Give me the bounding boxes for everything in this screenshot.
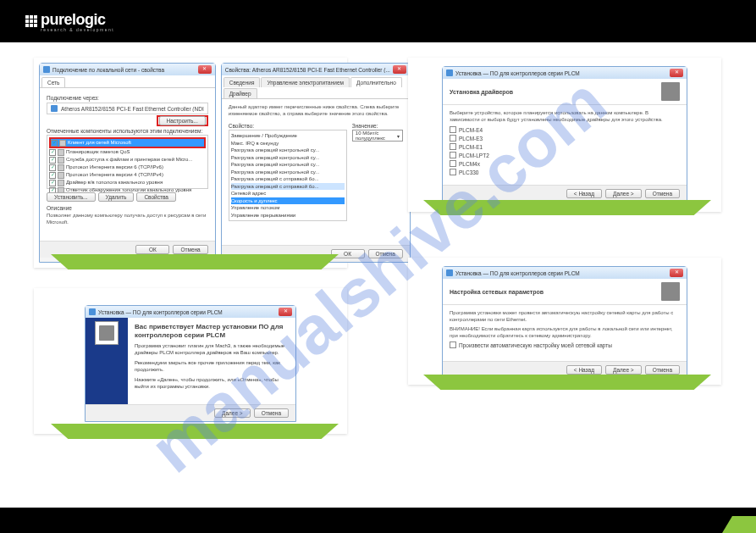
value-select[interactable]: 10 Мбит/с полудуплекс	[352, 130, 403, 142]
prop-item[interactable]: Разгрузка операций с отправкой бо...	[231, 183, 345, 191]
cancel-button[interactable]: Отмена	[645, 189, 680, 198]
titlebar: Свойства: Atheros AR8152/8158 PCI-E Fast…	[222, 64, 410, 75]
checkbox[interactable]	[49, 164, 56, 171]
prop-item[interactable]: Разгрузка операций контрольной су...	[231, 147, 345, 154]
prop-item[interactable]: Разгрузка операций контрольной су...	[231, 154, 345, 162]
checkbox-auto-config[interactable]	[450, 341, 456, 348]
components-label: Отмеченные компоненты используются этим …	[47, 128, 208, 134]
properties-button[interactable]: Свойства	[136, 192, 176, 202]
wizard-p1: Программа установит плагин для Mach3, а …	[135, 342, 289, 356]
device-option: PLC330	[459, 169, 479, 175]
component-item: Протокол Интернета версии 4 (TCP/IPv4)	[66, 171, 163, 179]
wizard-side-panel	[86, 318, 128, 404]
checkbox[interactable]	[450, 169, 456, 175]
panel-network-settings: Подключение по локальной сети - свойства…	[34, 58, 347, 268]
checkbox[interactable]	[450, 126, 456, 133]
back-button[interactable]: < Назад	[566, 189, 602, 198]
window-title: Установка — ПО для контроллеров серии PL…	[455, 70, 580, 76]
wizard-p3: Нажмите «Далее», чтобы продолжить, или «…	[135, 376, 289, 390]
titlebar: Подключение по локальной сети - свойства…	[40, 64, 215, 75]
cancel-button[interactable]: Отмена	[368, 249, 403, 258]
checkbox[interactable]	[49, 172, 56, 179]
checkbox[interactable]	[49, 157, 56, 164]
next-button[interactable]: Далее >	[214, 408, 251, 418]
tab-driver[interactable]: Драйвер	[223, 88, 257, 98]
disk-icon	[661, 282, 680, 301]
prop-item[interactable]: Разгрузка операций контрольной су...	[231, 169, 345, 176]
checkbox[interactable]	[450, 152, 456, 158]
device-option: PLCM-E3	[459, 136, 483, 142]
nic-icon	[51, 105, 58, 112]
install-button[interactable]: Установить...	[47, 192, 96, 202]
close-icon[interactable]: ✕	[393, 65, 406, 74]
checkbox[interactable]	[450, 160, 456, 167]
tab-network[interactable]: Сеть	[41, 77, 65, 87]
property-list[interactable]: Завершение / Пробуждение Макс. IRQ в сек…	[229, 130, 347, 221]
next-button[interactable]: Далее >	[605, 189, 642, 198]
net-p2: ВНИМАНИЕ! Если выбранная карта используе…	[450, 325, 680, 339]
close-icon[interactable]: ✕	[198, 65, 212, 74]
win-installer-network: Установка — ПО для контроллеров серии PL…	[442, 266, 687, 379]
window-icon	[89, 308, 96, 315]
ok-button[interactable]: ОК	[135, 245, 169, 254]
device-option: PLCM4x	[459, 161, 480, 167]
page-content: manualshive.com Подключение по локальной…	[0, 42, 756, 508]
checkbox[interactable]	[49, 180, 56, 186]
component-icon	[59, 140, 66, 147]
highlight-configure: Настроить...	[157, 115, 208, 126]
components-list[interactable]: Клиент для сетей Microsoft Планировщик п…	[47, 135, 208, 189]
tab-details[interactable]: Сведения	[223, 77, 261, 87]
cancel-button[interactable]: Отмена	[645, 365, 680, 375]
description-text: Позволяет данному компьютеру получать до…	[47, 212, 208, 225]
disk-icon	[661, 82, 680, 101]
cancel-button[interactable]: Отмена	[173, 245, 207, 254]
logo-name: purelogic	[41, 11, 114, 29]
logo: purelogic research & development	[25, 11, 114, 32]
tab-advanced[interactable]: Дополнительно	[350, 77, 402, 87]
ok-button[interactable]: ОК	[331, 249, 365, 258]
footer	[0, 508, 756, 533]
prop-item[interactable]: Сетевой адрес	[231, 190, 345, 197]
accent-bar	[51, 254, 339, 269]
tab-power[interactable]: Управление электропитанием	[261, 77, 350, 87]
close-icon[interactable]: ✕	[279, 308, 292, 316]
disk-icon	[99, 325, 114, 341]
configure-button[interactable]: Настроить...	[159, 116, 206, 125]
prop-item[interactable]: Макс. IRQ в секунду	[231, 140, 345, 147]
description-label: Описание	[47, 205, 208, 211]
prop-item[interactable]: Разгрузка операций с отправкой бо...	[231, 175, 345, 183]
checkbox[interactable]	[49, 149, 56, 156]
window-title: Свойства: Atheros AR8152/8158 PCI-E Fast…	[225, 67, 390, 73]
close-icon[interactable]: ✕	[670, 269, 683, 277]
titlebar: Установка — ПО для контроллеров серии PL…	[86, 306, 295, 318]
uninstall-button[interactable]: Удалить	[98, 192, 135, 202]
device-option: PLCM-E4	[459, 127, 483, 133]
wizard-p2: Рекомендуем закрыть все прочие приложени…	[135, 359, 289, 373]
cancel-button[interactable]: Отмена	[254, 408, 289, 418]
logo-tagline: research & development	[41, 27, 114, 32]
checkbox[interactable]	[51, 140, 58, 147]
component-icon	[58, 180, 64, 186]
footer-accent	[722, 516, 756, 533]
prop-item[interactable]: Разгрузка операций контрольной су...	[231, 161, 345, 169]
installer-icon-box	[95, 321, 119, 345]
value-selected: 10 Мбит/с полудуплекс	[356, 130, 395, 141]
checkbox-label: Произвести автоматическую настройку моей…	[459, 342, 612, 348]
titlebar: Установка — ПО для контроллеров серии PL…	[443, 267, 687, 279]
component-item: Клиент для сетей Microsoft	[68, 139, 131, 147]
accent-bar	[51, 424, 339, 439]
close-icon[interactable]: ✕	[670, 69, 683, 77]
checkbox[interactable]	[450, 135, 456, 142]
net-p1: Программа установки может провести автом…	[450, 309, 680, 323]
value-label: Значение:	[352, 123, 403, 129]
back-button[interactable]: < Назад	[566, 365, 602, 375]
tabs: Сеть	[40, 75, 215, 88]
prop-item-selected[interactable]: Скорость и дуплекс	[231, 197, 345, 205]
prop-item[interactable]: Управление потоком	[231, 204, 345, 212]
titlebar: Установка — ПО для контроллеров серии PL…	[443, 67, 687, 79]
checkbox[interactable]	[450, 143, 456, 150]
next-button[interactable]: Далее >	[605, 365, 642, 375]
prop-item[interactable]: Управление прерываниями	[231, 212, 345, 219]
drivers-intro: Выберите устройство, которое планируется…	[450, 109, 680, 123]
prop-item[interactable]: Завершение / Пробуждение	[231, 132, 345, 140]
